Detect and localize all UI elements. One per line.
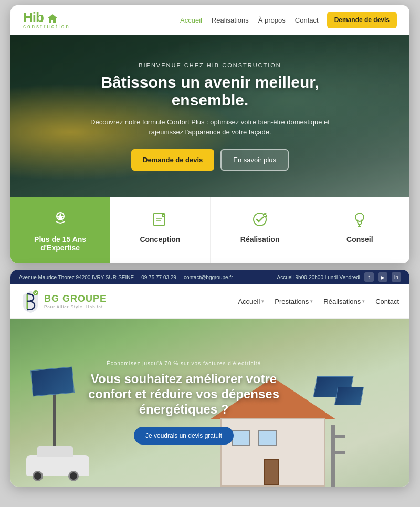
site2-hero-cta[interactable]: Je voudrais un devis gratuit [134, 427, 234, 445]
site1-hero-subtitle: BIENVENUE CHEZ HIB CONSTRUCTION [79, 62, 341, 68]
nav-link-accueil[interactable]: Accueil [180, 16, 202, 24]
site1-navbar: Hib construction Accueil Réalisations À … [10, 5, 410, 35]
topbar-hours: Accueil 9h00-20h00 Lundi-Vendredi [277, 274, 360, 280]
site2-hero: Économisez jusqu'à 70 % sur vos factures… [10, 319, 410, 487]
site2-logo-text: BG GROUPE Pour Allier Style, Habitat [44, 293, 107, 309]
site2-logo-name: BG GROUPE [44, 293, 107, 304]
realisation-icon [249, 209, 270, 230]
topbar-address: Avenue Maurice Thorez 94200 IVRY-SUR-SEI… [19, 274, 134, 280]
bg-groupe-logo-icon [21, 290, 40, 313]
site2-hero-content: Économisez jusqu'à 70 % sur vos factures… [79, 361, 289, 444]
site1-hero-title: Bâtissons un avenir meilleur, ensemble. [79, 73, 341, 110]
site1-hero-desc: Découvrez notre formule Confort Plus : o… [79, 117, 341, 138]
hero-cta-secondary[interactable]: En savoir plus [220, 149, 289, 171]
site1-card: Hib construction Accueil Réalisations À … [10, 5, 410, 263]
svg-point-9 [355, 213, 364, 221]
feature-conseil-label: Conseil [346, 235, 373, 244]
youtube-icon[interactable]: ▶ [378, 272, 387, 282]
pipe-vertical [331, 425, 335, 487]
feature-conseil: Conseil [310, 197, 410, 263]
linkedin-icon[interactable]: in [392, 272, 401, 282]
nav-link-apropos[interactable]: À propos [258, 16, 286, 24]
twitter-icon[interactable]: t [364, 272, 374, 282]
chevron-down-icon: ▾ [261, 299, 264, 304]
chevron-down-icon: ▾ [362, 299, 365, 304]
pipe-horizontal [335, 435, 345, 438]
site2-logo-sub: Pour Allier Style, Habitat [44, 304, 107, 309]
feature-realisation: Réalisation [211, 197, 310, 263]
site1-features: Plus de 15 Ans d'Expertise Conception [10, 197, 410, 263]
solar-panel-roof2 [334, 387, 364, 405]
site2-card: Avenue Maurice Thorez 94200 IVRY-SUR-SEI… [10, 270, 410, 487]
topbar-phone: 09 75 77 03 29 [141, 274, 176, 280]
site1-hero: BIENVENUE CHEZ HIB CONSTRUCTION Bâtisson… [10, 35, 410, 197]
svg-marker-0 [47, 14, 58, 18]
pipe-horizontal2 [335, 451, 345, 454]
car-roof [37, 446, 74, 457]
conception-icon [150, 209, 171, 230]
nav2-link-contact[interactable]: Contact [375, 298, 399, 305]
topbar-email: contact@bggroupe.fr [184, 274, 233, 280]
site2-topbar-info: Avenue Maurice Thorez 94200 IVRY-SUR-SEI… [19, 274, 271, 280]
feature-realisation-label: Réalisation [240, 235, 280, 244]
site1-logo-sub: construction [23, 24, 70, 29]
feature-conception-label: Conception [140, 235, 180, 244]
svg-point-10 [357, 220, 359, 221]
hero-cta-primary[interactable]: Demande de devis [131, 149, 214, 171]
car-wheel-left [33, 471, 43, 481]
site2-hero-title: Vous souhaitez améliorer votre confort e… [79, 372, 289, 417]
svg-rect-2 [51, 20, 53, 23]
conseil-icon [349, 209, 370, 230]
site1-nav-links: Accueil Réalisations À propos Contact [180, 16, 319, 24]
site1-hero-buttons: Demande de devis En savoir plus [79, 149, 341, 171]
site2-navbar: BG GROUPE Pour Allier Style, Habitat Acc… [10, 284, 410, 319]
site1-logo-brand: Hib [23, 10, 70, 24]
nav-link-contact[interactable]: Contact [295, 16, 319, 24]
solar-panel-top [30, 367, 75, 397]
house-icon [47, 12, 58, 21]
site2-hero-subtitle: Économisez jusqu'à 70 % sur vos factures… [79, 361, 289, 366]
chevron-down-icon: ▾ [310, 299, 313, 304]
nav2-link-accueil[interactable]: Accueil ▾ [238, 298, 264, 305]
car-wheel-right [68, 471, 79, 481]
nav2-link-realisations[interactable]: Réalisations ▾ [323, 298, 365, 305]
nav-link-realisations[interactable]: Réalisations [212, 16, 249, 24]
feature-expertise-label: Plus de 15 Ans d'Expertise [19, 235, 101, 252]
feature-conception: Conception [110, 197, 210, 263]
expertise-icon [50, 209, 71, 230]
site2-topbar: Avenue Maurice Thorez 94200 IVRY-SUR-SEI… [10, 270, 410, 284]
site1-hero-content: BIENVENUE CHEZ HIB CONSTRUCTION Bâtisson… [79, 62, 341, 171]
door [264, 459, 279, 485]
site2-logo: BG GROUPE Pour Allier Style, Habitat [21, 290, 107, 313]
site2-nav-links: Accueil ▾ Prestations ▾ Réalisations ▾ C… [238, 298, 399, 305]
nav-cta-button[interactable]: Demande de devis [327, 12, 397, 28]
site1-logo: Hib construction [23, 10, 70, 29]
svg-point-11 [361, 220, 363, 221]
nav2-link-prestations[interactable]: Prestations ▾ [275, 298, 313, 305]
site2-topbar-right: Accueil 9h00-20h00 Lundi-Vendredi t ▶ in [277, 272, 401, 282]
feature-expertise: Plus de 15 Ans d'Expertise [10, 197, 110, 263]
